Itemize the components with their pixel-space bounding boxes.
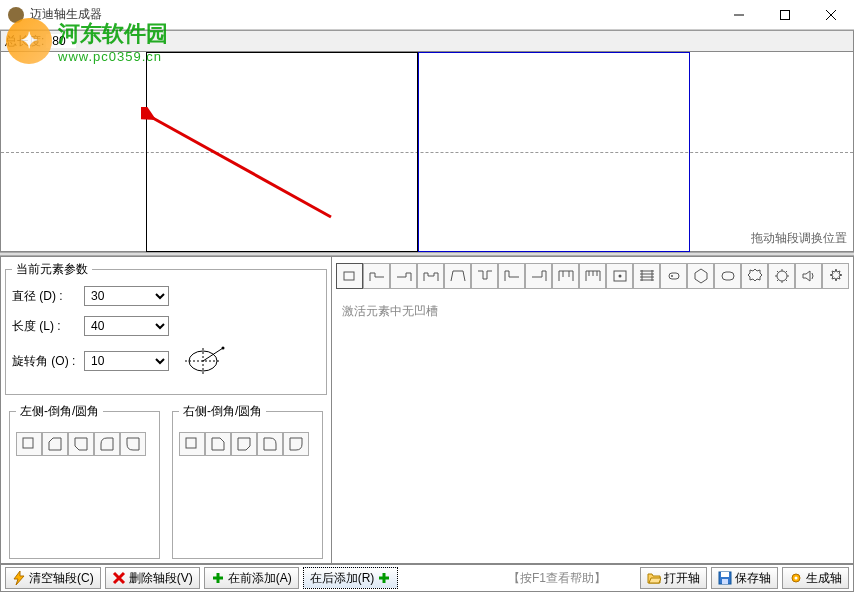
close-button[interactable] — [808, 0, 854, 30]
groove-panel: 激活元素中无凹槽 — [332, 256, 854, 564]
svg-point-9 — [222, 347, 225, 350]
drag-hint: 拖动轴段调换位置 — [751, 230, 847, 247]
angle-label: 旋转角 (O) : — [12, 353, 84, 370]
diameter-label: 直径 (D) : — [12, 288, 84, 305]
disk-icon — [718, 571, 732, 585]
delete-segment-button[interactable]: 删除轴段(V) — [105, 567, 200, 589]
shape-rect-button[interactable] — [336, 263, 363, 289]
shape-taper-button[interactable] — [444, 263, 471, 289]
shape-step2-button[interactable] — [390, 263, 417, 289]
right-corner-legend: 右侧-倒角/圆角 — [179, 403, 266, 420]
shape-key-button[interactable] — [660, 263, 687, 289]
left-corner-group: 左侧-倒角/圆角 — [9, 403, 160, 559]
svg-rect-20 — [721, 572, 729, 577]
generate-shaft-button[interactable]: 生成轴 — [782, 567, 849, 589]
svg-rect-15 — [669, 273, 679, 279]
shape-slot1-button[interactable] — [552, 263, 579, 289]
svg-point-14 — [618, 275, 621, 278]
left-corner-chamfer2-button[interactable] — [68, 432, 94, 456]
svg-rect-12 — [344, 272, 354, 280]
shape-step1-button[interactable] — [363, 263, 390, 289]
window-title: 迈迪轴生成器 — [30, 6, 102, 23]
help-hint: 【按F1查看帮助】 — [508, 570, 606, 587]
shape-groove1-button[interactable] — [471, 263, 498, 289]
right-corner-group: 右侧-倒角/圆角 — [172, 403, 323, 559]
maximize-button[interactable] — [762, 0, 808, 30]
x-icon — [112, 571, 126, 585]
save-shaft-button[interactable]: 保存轴 — [711, 567, 778, 589]
element-params-group: 当前元素参数 直径 (D) : 30 长度 (L) : 40 旋转角 (O) :… — [5, 261, 327, 395]
svg-rect-21 — [722, 579, 728, 584]
shape-gear1-button[interactable] — [741, 263, 768, 289]
length-label: 长度 (L) : — [12, 318, 84, 335]
open-shaft-button[interactable]: 打开轴 — [640, 567, 707, 589]
svg-point-23 — [795, 577, 798, 580]
shape-hole-button[interactable] — [606, 263, 633, 289]
shape-gear2-button[interactable] — [768, 263, 795, 289]
svg-rect-10 — [23, 438, 33, 448]
left-corner-legend: 左侧-倒角/圆角 — [16, 403, 103, 420]
folder-open-icon — [647, 571, 661, 585]
groove-message: 激活元素中无凹槽 — [332, 295, 853, 328]
shape-hex-button[interactable] — [687, 263, 714, 289]
diameter-select[interactable]: 30 — [84, 286, 169, 306]
clear-segments-button[interactable]: 清空轴段(C) — [5, 567, 101, 589]
right-corner-chamfer1-button[interactable] — [205, 432, 231, 456]
left-corner-chamfer1-button[interactable] — [42, 432, 68, 456]
right-corner-none-button[interactable] — [179, 432, 205, 456]
shape-speaker-button[interactable] — [795, 263, 822, 289]
svg-point-16 — [671, 275, 673, 277]
length-select[interactable]: 40 — [84, 316, 169, 336]
plus-icon — [377, 571, 391, 585]
params-legend: 当前元素参数 — [12, 261, 92, 278]
shaft-canvas[interactable]: 拖动轴段调换位置 — [0, 52, 854, 252]
shape-groove2-button[interactable] — [498, 263, 525, 289]
gear-icon — [789, 571, 803, 585]
shape-groove3-button[interactable] — [525, 263, 552, 289]
angle-select[interactable]: 10 — [84, 351, 169, 371]
shape-oval-button[interactable] — [714, 263, 741, 289]
shaft-segment-1[interactable] — [146, 52, 418, 252]
shape-slot2-button[interactable] — [579, 263, 606, 289]
parameters-panel: 当前元素参数 直径 (D) : 30 长度 (L) : 40 旋转角 (O) :… — [0, 256, 332, 564]
app-icon — [8, 7, 24, 23]
left-corner-fillet1-button[interactable] — [94, 432, 120, 456]
left-corner-none-button[interactable] — [16, 432, 42, 456]
shape-toolbar — [332, 257, 853, 295]
bottom-toolbar: 清空轴段(C) 删除轴段(V) 在前添加(A) 在后添加(R) 【按F1查看帮助… — [0, 564, 854, 592]
minimize-button[interactable] — [716, 0, 762, 30]
svg-line-8 — [203, 348, 223, 361]
lightning-icon — [12, 571, 26, 585]
rotation-angle-icon — [185, 346, 229, 376]
shape-step3-button[interactable] — [417, 263, 444, 289]
svg-rect-11 — [186, 438, 196, 448]
shaft-segment-2[interactable] — [418, 52, 690, 252]
right-corner-fillet2-button[interactable] — [283, 432, 309, 456]
right-corner-fillet1-button[interactable] — [257, 432, 283, 456]
total-length-label: 总长度: — [5, 33, 44, 50]
right-corner-chamfer2-button[interactable] — [231, 432, 257, 456]
info-bar: 总长度: 80 — [0, 30, 854, 52]
plus-icon — [211, 571, 225, 585]
add-before-button[interactable]: 在前添加(A) — [204, 567, 299, 589]
total-length-value: 80 — [46, 34, 76, 48]
left-corner-fillet2-button[interactable] — [120, 432, 146, 456]
svg-rect-1 — [781, 11, 790, 20]
add-after-button[interactable]: 在后添加(R) — [303, 567, 399, 589]
shape-star-button[interactable] — [822, 263, 849, 289]
shape-thread-button[interactable] — [633, 263, 660, 289]
svg-rect-17 — [722, 272, 734, 280]
window-titlebar: 迈迪轴生成器 — [0, 0, 854, 30]
